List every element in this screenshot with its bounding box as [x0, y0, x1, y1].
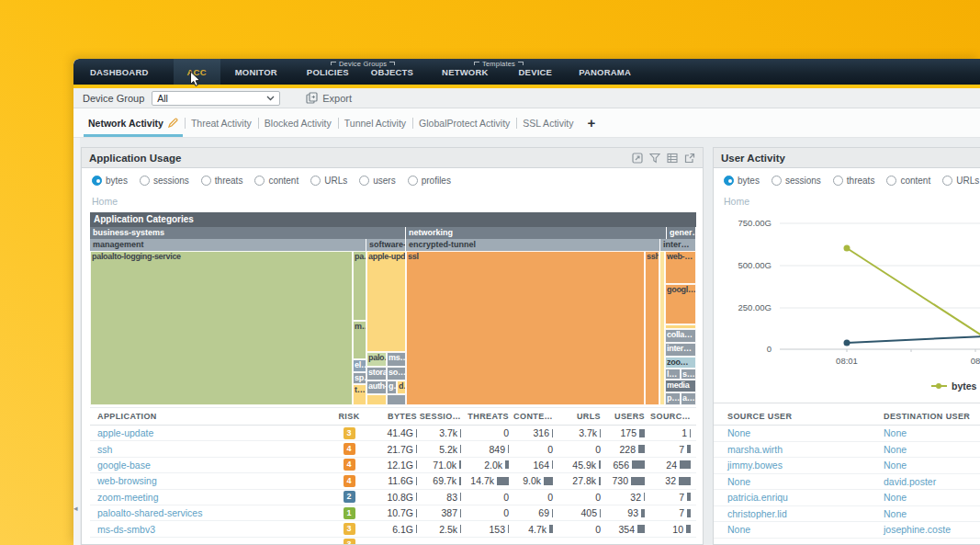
treemap-block[interactable]: a… — [681, 392, 696, 405]
treemap-block[interactable]: l… — [665, 369, 681, 380]
treemap-block[interactable] — [387, 394, 406, 405]
column-header[interactable]: THREATS — [467, 412, 514, 421]
treemap-category[interactable]: business-systems — [90, 227, 406, 239]
treemap-block[interactable]: apple-upda… — [366, 251, 406, 352]
tab-blocked-activity[interactable]: Blocked Activity — [258, 108, 338, 137]
treemap-block[interactable]: ssh — [645, 251, 659, 405]
filter-icon[interactable] — [649, 153, 660, 164]
column-header[interactable]: RISK — [329, 412, 369, 421]
treemap-category[interactable]: gener… — [667, 227, 696, 239]
treemap-block[interactable]: so… — [387, 367, 406, 380]
app-link[interactable]: zoom-meeting — [90, 492, 329, 503]
app-link[interactable]: apple-update — [90, 427, 329, 438]
tab-globalprotect-activity[interactable]: GlobalProtect Activity — [412, 108, 516, 137]
jump-to-logs-icon[interactable] — [684, 153, 695, 164]
nav-item-dashboard[interactable]: DASHBOARD — [90, 59, 149, 85]
column-header[interactable]: BYTES — [369, 412, 422, 421]
app-link[interactable]: web-browsing — [90, 475, 329, 486]
treemap-block[interactable]: zoo… — [665, 357, 696, 369]
user-link[interactable]: patricia.enriqu — [714, 492, 870, 503]
user-link[interactable]: None — [870, 444, 980, 455]
export-button[interactable]: Export — [306, 92, 352, 104]
column-header[interactable]: URLS — [558, 412, 606, 421]
treemap-block[interactable]: t… — [353, 384, 366, 405]
maximize-icon[interactable] — [632, 153, 643, 164]
treemap-block[interactable]: inter… — [665, 343, 696, 357]
column-header[interactable]: DESTINATION USER — [870, 412, 980, 421]
user-link[interactable]: marsha.wirth — [714, 444, 870, 455]
user-link[interactable]: None — [870, 460, 980, 471]
column-header[interactable]: SOURCE USER — [714, 412, 870, 421]
treemap-block[interactable]: el… — [353, 359, 366, 372]
treemap-block[interactable]: d… — [397, 380, 406, 394]
app-link[interactable]: ssh — [90, 444, 329, 455]
app-link[interactable]: paloalto-shared-services — [90, 507, 329, 518]
treemap-subcategory[interactable]: management — [90, 239, 366, 251]
app-link[interactable]: ms-ds-smbv3 — [90, 524, 329, 535]
user-activity-radio-bytes[interactable]: bytes — [724, 176, 760, 186]
treemap-subcategory[interactable]: software-u… — [366, 239, 406, 251]
add-tab-button[interactable]: + — [587, 115, 595, 131]
nav-item-panorama[interactable]: PANORAMA — [579, 59, 631, 85]
user-link[interactable]: None — [870, 427, 980, 438]
treemap-block[interactable]: g… — [387, 380, 397, 394]
user-link[interactable]: christopher.lid — [714, 508, 870, 519]
tab-tunnel-activity[interactable]: Tunnel Activity — [338, 108, 412, 137]
treemap-subcategory[interactable]: inter… — [660, 239, 696, 251]
application-usage-breadcrumb[interactable]: Home — [82, 192, 703, 210]
treemap-block[interactable]: ssl — [406, 251, 645, 405]
treemap-block[interactable]: pa… — [353, 251, 366, 321]
treemap-block[interactable] — [366, 394, 387, 405]
treemap-block[interactable]: sp… — [353, 372, 366, 384]
user-link[interactable]: None — [714, 476, 870, 487]
column-header[interactable]: USERS — [606, 412, 650, 421]
app-usage-radio-bytes[interactable]: bytes — [92, 176, 128, 186]
treemap-block[interactable]: auth-… — [366, 380, 387, 394]
treemap-block[interactable]: media — [665, 380, 696, 392]
nav-item-monitor[interactable]: MONITOR — [235, 59, 277, 85]
sidebar-collapse-arrow[interactable]: ◂ — [73, 504, 78, 513]
user-link[interactable]: None — [714, 427, 870, 438]
treemap-block[interactable]: stora… — [366, 367, 387, 380]
user-link[interactable]: None — [870, 492, 980, 503]
column-header[interactable]: APPLICATION — [90, 412, 329, 421]
column-header[interactable]: CONTE… — [514, 412, 558, 421]
app-usage-radio-threats[interactable]: threats — [201, 176, 243, 186]
treemap-subcategory[interactable]: encrypted-tunnel — [406, 239, 660, 251]
app-usage-radio-users[interactable]: users — [359, 176, 395, 186]
app-usage-radio-content[interactable]: content — [254, 176, 299, 186]
treemap-block[interactable]: colla… — [665, 329, 696, 343]
user-activity-radio-threats[interactable]: threats — [833, 176, 875, 186]
treemap-block[interactable]: palo… — [366, 352, 387, 367]
export-label: Export — [322, 93, 352, 104]
user-link[interactable]: david.poster — [870, 476, 980, 487]
app-usage-radio-sessions[interactable]: sessions — [140, 176, 189, 186]
user-link[interactable]: josephine.coste — [870, 524, 980, 535]
tab-threat-activity[interactable]: Threat Activity — [185, 108, 258, 137]
column-header[interactable]: SESSIO… — [422, 412, 467, 421]
treemap-block[interactable]: web-… — [665, 251, 696, 284]
column-header[interactable]: SOURC… — [650, 412, 696, 421]
user-link[interactable]: None — [870, 508, 980, 519]
table-view-icon[interactable] — [667, 153, 678, 164]
user-activity-radio-content[interactable]: content — [886, 176, 930, 186]
app-usage-radio-urls[interactable]: URLs — [310, 176, 347, 186]
app-link[interactable]: google-base — [90, 460, 329, 471]
treemap-block[interactable]: googl… — [665, 284, 696, 324]
treemap-block[interactable]: p… — [665, 392, 681, 405]
treemap-category[interactable]: networking — [406, 227, 667, 239]
device-group-select[interactable]: All — [152, 91, 280, 106]
edit-pencil-icon[interactable] — [168, 118, 178, 128]
treemap-block[interactable]: s… — [681, 369, 696, 380]
user-activity-radio-sessions[interactable]: sessions — [772, 176, 821, 186]
app-usage-radio-profiles[interactable]: profiles — [408, 176, 451, 186]
user-link[interactable]: None — [714, 524, 870, 535]
treemap-block[interactable]: paloalto-logging-service — [90, 251, 353, 405]
user-activity-breadcrumb[interactable]: Home — [714, 192, 980, 210]
treemap-block[interactable]: m… — [353, 321, 366, 359]
tab-network-activity[interactable]: Network Activity — [82, 108, 185, 137]
user-activity-radio-urls[interactable]: URLs — [942, 176, 979, 186]
treemap-block[interactable]: ms… — [387, 352, 406, 367]
user-link[interactable]: jimmy.bowes — [714, 460, 870, 471]
tab-ssl-activity[interactable]: SSL Activity — [516, 108, 580, 137]
